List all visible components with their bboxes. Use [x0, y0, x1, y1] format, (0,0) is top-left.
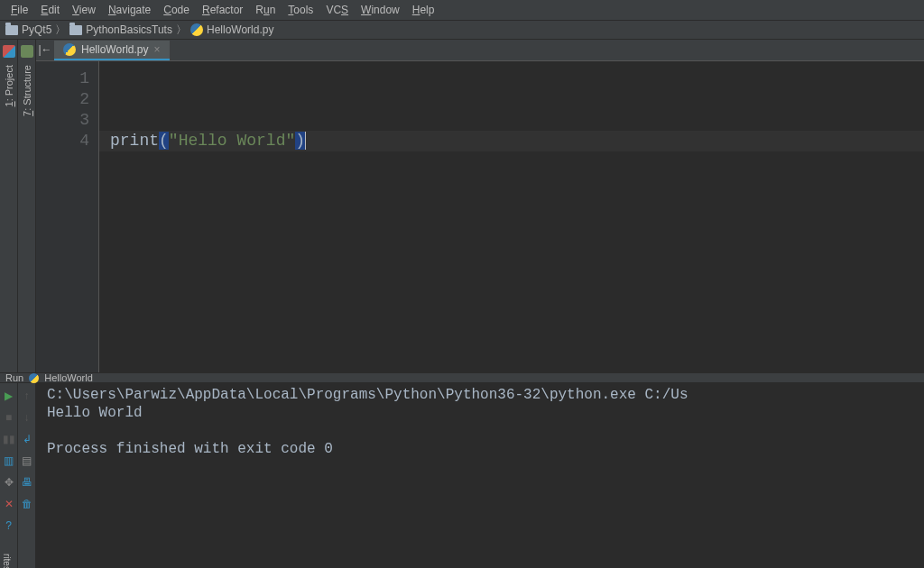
breadcrumb-bar: PyQt5〉PythonBasicsTuts〉HelloWorld.py — [0, 20, 924, 40]
python-file-icon — [190, 23, 203, 36]
code-editor[interactable]: print("Hello World") — [99, 61, 924, 372]
menu-item-code[interactable]: Code — [158, 2, 195, 18]
folder-icon — [5, 25, 18, 35]
console-line — [47, 423, 913, 441]
menu-item-file[interactable]: File — [5, 2, 33, 18]
breadcrumb-label: PythonBasicsTuts — [86, 23, 172, 36]
tool-col-structure: 7: Structure — [18, 40, 36, 372]
run-toolwindow-header[interactable]: Run HelloWorld — [0, 372, 924, 383]
python-file-icon — [63, 43, 76, 56]
console-line: Process finished with exit code 0 — [47, 441, 913, 459]
chevron-right-icon: 〉 — [176, 23, 187, 38]
tool-col-project: 1: Project — [0, 40, 18, 372]
run-header-label: Run — [5, 372, 23, 383]
menu-item-refactor[interactable]: Refactor — [197, 2, 248, 18]
editor-tab-label: HelloWorld.py — [81, 43, 148, 56]
editor-tab-active[interactable]: HelloWorld.py × — [54, 41, 170, 60]
menu-item-run[interactable]: Run — [250, 2, 281, 18]
menu-item-window[interactable]: Window — [356, 2, 405, 18]
project-collapse-toggle[interactable]: |← — [36, 39, 54, 60]
line-number-gutter: 1234 — [36, 61, 99, 372]
layout-button[interactable]: ▥ — [2, 453, 16, 468]
folder-icon — [69, 25, 82, 35]
scroll-to-end-button[interactable]: ▤ — [20, 453, 34, 468]
menu-item-tools[interactable]: Tools — [282, 2, 319, 18]
editor-panel: |← HelloWorld.py × 1234 print("Hello Wor… — [36, 40, 924, 372]
console-line: Hello World — [47, 405, 913, 423]
close-run-button[interactable]: ✕ — [2, 497, 16, 511]
structure-tool-button[interactable]: 7: Structure — [22, 61, 32, 120]
up-arrow-button[interactable]: ↑ — [20, 389, 34, 403]
menu-bar: FileEditViewNavigateCodeRefactorRunTools… — [0, 0, 924, 20]
run-panel: ▶ ■ ▮▮ ▥ ✥ ✕ ? ↑ ↓ ↲ ▤ 🖶 🗑 C:\Users\Parw… — [0, 383, 924, 568]
print-button[interactable]: 🖶 — [20, 475, 34, 490]
editor-tab-bar: |← HelloWorld.py × — [36, 40, 924, 61]
code-line[interactable] — [110, 110, 913, 131]
python-run-icon — [29, 373, 39, 383]
code-line[interactable]: print("Hello World") — [110, 131, 913, 151]
breadcrumb-label: PyQt5 — [22, 23, 51, 36]
project-tool-button[interactable]: 1: Project — [4, 61, 14, 110]
close-tab-icon[interactable]: × — [153, 43, 160, 56]
run-console-output[interactable]: C:\Users\Parwiz\AppData\Local\Programs\P… — [36, 383, 924, 568]
code-line[interactable] — [110, 89, 913, 110]
run-config-name: HelloWorld — [44, 372, 93, 383]
run-panel-actions-col1: ▶ ■ ▮▮ ▥ ✥ ✕ ? — [0, 383, 18, 568]
code-area-wrapper: 1234 print("Hello World") — [36, 61, 924, 372]
pin-button[interactable]: ✥ — [2, 475, 16, 490]
console-line: C:\Users\Parwiz\AppData\Local\Programs\P… — [47, 387, 913, 405]
chevron-right-icon: 〉 — [55, 23, 66, 38]
menu-item-vcs[interactable]: VCS — [320, 2, 354, 18]
trash-button[interactable]: 🗑 — [20, 497, 34, 511]
help-button[interactable]: ? — [2, 518, 16, 533]
soft-wrap-button[interactable]: ↲ — [20, 432, 34, 446]
structure-icon — [21, 45, 33, 58]
menu-item-view[interactable]: View — [67, 2, 101, 18]
line-number: 1 — [36, 69, 89, 89]
stop-button[interactable]: ■ — [2, 410, 16, 425]
down-arrow-button[interactable]: ↓ — [20, 410, 34, 425]
menu-item-edit[interactable]: Edit — [35, 2, 65, 18]
favorites-tool-button[interactable]: rites — [0, 552, 14, 568]
line-number: 4 — [36, 131, 89, 151]
project-icon — [3, 45, 15, 58]
pause-button[interactable]: ▮▮ — [2, 432, 16, 446]
rerun-button[interactable]: ▶ — [2, 389, 16, 403]
line-number: 3 — [36, 110, 89, 131]
menu-item-navigate[interactable]: Navigate — [103, 2, 156, 18]
breadcrumb-item[interactable]: PyQt5 — [5, 23, 51, 36]
breadcrumb-item[interactable]: PythonBasicsTuts — [69, 23, 172, 36]
code-line[interactable] — [110, 69, 913, 89]
run-panel-actions-col2: ↑ ↓ ↲ ▤ 🖶 🗑 — [18, 383, 36, 568]
menu-item-help[interactable]: Help — [407, 2, 440, 18]
breadcrumb-label: HelloWorld.py — [207, 23, 273, 36]
breadcrumb-item[interactable]: HelloWorld.py — [190, 23, 273, 36]
line-number: 2 — [36, 89, 89, 110]
